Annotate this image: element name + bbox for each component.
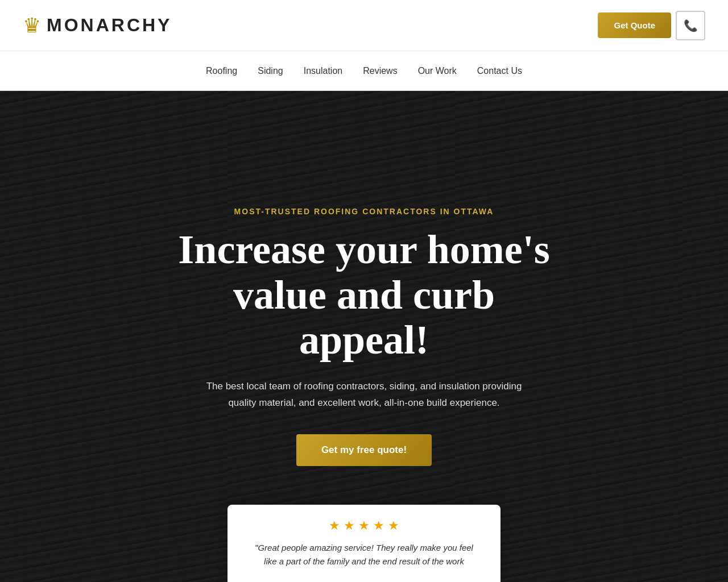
hero-description: The best local team of roofing contracto… <box>205 379 523 411</box>
phone-icon: 📞 <box>684 19 698 32</box>
hero-cta-button[interactable]: Get my free quote! <box>296 434 432 466</box>
navigation: Roofing Siding Insulation Reviews Our Wo… <box>0 51 728 91</box>
star-5: ★ <box>388 518 399 533</box>
nav-insulation[interactable]: Insulation <box>304 66 343 76</box>
star-4: ★ <box>373 518 384 533</box>
hero-section: MOST-TRUSTED ROOFING CONTRACTORS IN OTTA… <box>0 91 728 582</box>
review-card: ★ ★ ★ ★ ★ "Great people amazing service!… <box>228 505 500 582</box>
hero-subtitle: MOST-TRUSTED ROOFING CONTRACTORS IN OTTA… <box>176 207 552 216</box>
phone-button[interactable]: 📞 <box>676 11 705 40</box>
nav-our-work[interactable]: Our Work <box>418 66 457 76</box>
nav-siding[interactable]: Siding <box>258 66 283 76</box>
crown-icon: ♛ <box>23 15 41 36</box>
header: ♛ MONARCHY Get Quote 📞 <box>0 0 728 51</box>
logo-text: MONARCHY <box>47 15 172 36</box>
header-actions: Get Quote 📞 <box>598 11 705 40</box>
logo[interactable]: ♛ MONARCHY <box>23 15 172 36</box>
star-2: ★ <box>344 518 355 533</box>
star-rating: ★ ★ ★ ★ ★ <box>250 518 478 533</box>
nav-contact-us[interactable]: Contact Us <box>477 66 522 76</box>
hero-content: MOST-TRUSTED ROOFING CONTRACTORS IN OTTA… <box>165 207 563 465</box>
star-1: ★ <box>329 518 340 533</box>
hero-title: Increase your home's value and curb appe… <box>176 227 552 363</box>
star-3: ★ <box>358 518 370 533</box>
nav-reviews[interactable]: Reviews <box>363 66 397 76</box>
get-quote-button[interactable]: Get Quote <box>598 13 671 38</box>
nav-roofing[interactable]: Roofing <box>206 66 237 76</box>
review-text: "Great people amazing service! They real… <box>250 541 478 568</box>
